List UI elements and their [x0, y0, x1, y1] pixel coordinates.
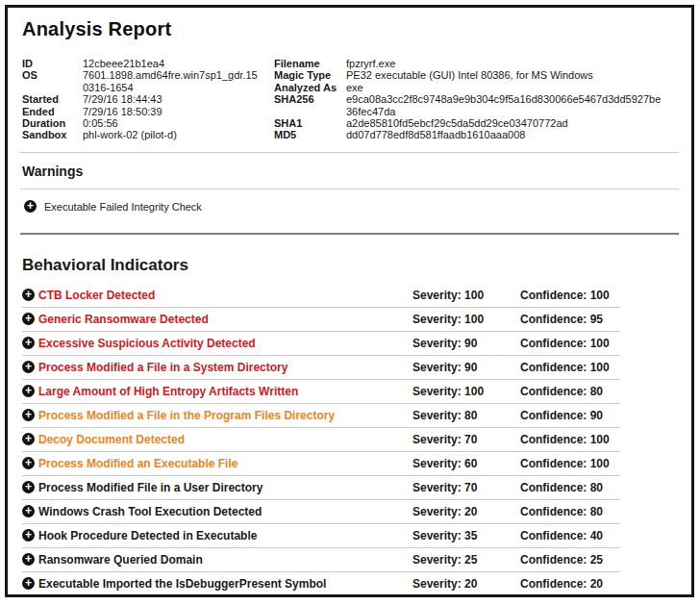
indicator-title: CTB Locker Detected — [38, 289, 412, 302]
warning-title: Executable Failed Integrity Check — [44, 201, 202, 213]
metadata-value: 7601.1898.amd64fre.win7sp1_gdr.150316-16… — [83, 69, 258, 93]
indicator-title: Executable Imported the IsDebuggerPresen… — [38, 577, 412, 591]
metadata-label: OS — [22, 69, 83, 93]
behavioral-indicator-row[interactable]: + Windows Crash Tool Execution Detected … — [22, 500, 620, 524]
indicator-title: Windows Crash Tool Execution Detected — [38, 505, 412, 518]
metadata-value: dd07d778edf8d581ffaadb1610aaa008 — [346, 129, 665, 140]
metadata-label: Sandbox — [22, 129, 83, 140]
metadata-label: Magic Type — [274, 69, 346, 81]
metadata-row: Sandbox phl-work-02 (pilot-d) — [22, 129, 274, 140]
metadata-value: exe — [346, 82, 665, 93]
metadata-label: Ended — [22, 106, 83, 117]
expand-plus-icon[interactable]: + — [22, 529, 35, 542]
metadata-row: Duration 0:05:56 — [22, 117, 274, 129]
warnings-list: + Executable Failed Integrity Check — [20, 189, 679, 224]
behavioral-indicators-heading: Behavioral Indicators — [22, 256, 679, 275]
indicator-confidence: Confidence: 100 — [520, 457, 620, 470]
indicator-confidence: Confidence: 20 — [520, 577, 620, 591]
indicator-title: Process Modified an Executable File — [38, 457, 412, 470]
metadata-row: OS 7601.1898.amd64fre.win7sp1_gdr.150316… — [22, 69, 274, 93]
metadata-value: 0:05:56 — [83, 117, 258, 129]
metadata-label: Started — [22, 93, 83, 105]
expand-plus-icon[interactable]: + — [24, 200, 37, 213]
metadata-value: fpzryrf.exe — [346, 58, 665, 69]
divider — [20, 152, 679, 153]
expand-plus-icon[interactable]: + — [22, 409, 35, 421]
expand-plus-icon[interactable]: + — [22, 481, 35, 493]
indicator-title: Ransomware Queried Domain — [38, 553, 412, 567]
indicator-title: Large Amount of High Entropy Artifacts W… — [38, 385, 412, 398]
indicator-confidence: Confidence: 95 — [520, 313, 620, 326]
metadata-value: phl-work-02 (pilot-d) — [83, 129, 258, 140]
metadata-row: Analyzed As exe — [274, 82, 679, 93]
indicator-title: Decoy Document Detected — [38, 433, 412, 446]
indicator-title: Process Modified File in a User Director… — [38, 481, 412, 494]
expand-plus-icon[interactable]: + — [22, 289, 35, 301]
expand-plus-icon[interactable]: + — [22, 337, 35, 349]
expand-plus-icon[interactable]: + — [22, 457, 35, 469]
behavioral-indicator-row[interactable]: + Excessive Suspicious Activity Detected… — [22, 332, 620, 356]
indicator-confidence: Confidence: 40 — [520, 529, 620, 542]
behavioral-indicator-row[interactable]: + Executable Imported the IsDebuggerPres… — [22, 572, 620, 596]
behavioral-indicator-row[interactable]: + CTB Locker Detected Severity: 100 Conf… — [22, 284, 620, 308]
divider — [20, 233, 679, 235]
report-frame: Analysis Report ID 12cbeee21b1ea4 OS 760… — [5, 5, 694, 597]
indicator-severity: Severity: 20 — [412, 505, 520, 518]
indicator-confidence: Confidence: 80 — [520, 385, 620, 398]
behavioral-indicator-row[interactable]: + Process Modified File in a User Direct… — [22, 476, 620, 500]
behavioral-indicator-row[interactable]: + Generic Ransomware Detected Severity: … — [22, 308, 620, 332]
metadata-row: ID 12cbeee21b1ea4 — [22, 58, 274, 69]
indicator-title: Generic Ransomware Detected — [38, 313, 412, 326]
page-title: Analysis Report — [22, 18, 679, 40]
metadata-label: MD5 — [274, 129, 346, 140]
indicator-severity: Severity: 70 — [412, 481, 520, 494]
behavioral-indicator-row[interactable]: + Ransomware Queried Domain Severity: 25… — [22, 548, 620, 572]
indicator-confidence: Confidence: 100 — [520, 361, 620, 374]
expand-plus-icon[interactable]: + — [22, 553, 35, 566]
behavioral-indicator-row[interactable]: + Process Modified a File in the Program… — [22, 404, 620, 428]
behavioral-indicator-row[interactable]: + Decoy Document Detected Severity: 70 C… — [22, 428, 620, 452]
indicator-confidence: Confidence: 25 — [520, 553, 620, 567]
expand-plus-icon[interactable]: + — [22, 505, 35, 517]
metadata-row: SHA1 a2de85810fd5ebcf29c5da5dd29ce034707… — [274, 117, 679, 129]
indicator-severity: Severity: 100 — [412, 385, 520, 398]
expand-plus-icon[interactable]: + — [22, 433, 35, 445]
behavioral-indicator-row[interactable]: + Process Modified a File in a System Di… — [22, 356, 620, 380]
metadata-label: Filename — [274, 58, 346, 69]
metadata-value: 7/29/16 18:50:39 — [83, 106, 258, 117]
indicator-confidence: Confidence: 100 — [520, 289, 620, 302]
metadata-value: PE32 executable (GUI) Intel 80386, for M… — [346, 69, 665, 81]
warnings-heading: Warnings — [22, 164, 679, 179]
metadata-row: Started 7/29/16 18:44:43 — [22, 93, 274, 105]
behavioral-indicator-row[interactable]: + Hook Procedure Detected in Executable … — [22, 524, 620, 548]
indicator-severity: Severity: 90 — [412, 361, 520, 374]
metadata-row: Ended 7/29/16 18:50:39 — [22, 106, 274, 117]
indicator-confidence: Confidence: 80 — [520, 481, 620, 494]
warning-item[interactable]: + Executable Failed Integrity Check — [20, 189, 679, 224]
metadata-value: a2de85810fd5ebcf29c5da5dd29ce03470772ad — [346, 117, 665, 129]
indicator-title: Excessive Suspicious Activity Detected — [38, 337, 412, 350]
expand-plus-icon[interactable]: + — [22, 577, 35, 590]
metadata-label: ID — [22, 58, 83, 69]
metadata-left-column: ID 12cbeee21b1ea4 OS 7601.1898.amd64fre.… — [22, 58, 274, 141]
expand-plus-icon[interactable]: + — [22, 313, 35, 325]
behavioral-indicators-list: + CTB Locker Detected Severity: 100 Conf… — [22, 284, 679, 596]
expand-plus-icon[interactable]: + — [22, 385, 35, 397]
indicator-title: Hook Procedure Detected in Executable — [38, 529, 412, 542]
metadata-label: SHA256 — [274, 93, 346, 117]
metadata-value: 7/29/16 18:44:43 — [83, 93, 258, 105]
indicator-severity: Severity: 25 — [412, 553, 520, 567]
behavioral-indicator-row[interactable]: + Process Modified an Executable File Se… — [22, 452, 620, 476]
indicator-confidence: Confidence: 90 — [520, 409, 620, 422]
metadata-value: e9ca08a3cc2f8c9748a9e9b304c9f5a16d830066… — [346, 93, 665, 117]
expand-plus-icon[interactable]: + — [22, 361, 35, 373]
indicator-severity: Severity: 20 — [412, 577, 520, 591]
indicator-severity: Severity: 35 — [412, 529, 520, 542]
metadata-value: 12cbeee21b1ea4 — [83, 58, 258, 69]
metadata-section: ID 12cbeee21b1ea4 OS 7601.1898.amd64fre.… — [22, 58, 679, 141]
indicator-severity: Severity: 100 — [412, 313, 520, 326]
metadata-row: MD5 dd07d778edf8d581ffaadb1610aaa008 — [274, 129, 679, 140]
behavioral-indicator-row[interactable]: + Large Amount of High Entropy Artifacts… — [22, 380, 620, 404]
indicator-confidence: Confidence: 80 — [520, 505, 620, 518]
indicator-severity: Severity: 60 — [412, 457, 520, 470]
